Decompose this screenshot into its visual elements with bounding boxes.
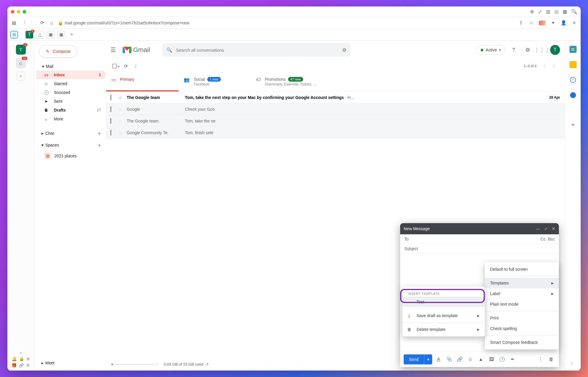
row-checkbox[interactable]: [110, 95, 116, 100]
settings-gear-icon[interactable]: ⚙: [522, 44, 534, 56]
compose-to-row[interactable]: To Cc Bcc: [400, 234, 559, 244]
refresh-button[interactable]: ⟳: [121, 61, 131, 71]
rail-gift-icon[interactable]: 🎁: [11, 363, 16, 368]
tab-promotions[interactable]: 🏷 Promotions 47 new Grammarly, Evernote,…: [251, 73, 323, 91]
rail-account-outlook[interactable]: o 10: [16, 58, 26, 68]
reload-button[interactable]: ⟳: [39, 20, 45, 26]
extensions-icon[interactable]: ✦: [550, 20, 556, 26]
mail-row[interactable]: ☆ The Google team Tom, take the next ste…: [106, 92, 565, 103]
row-star-icon[interactable]: ☆: [118, 119, 124, 123]
rail-link-icon[interactable]: 🔗: [19, 363, 24, 368]
keep-addon-icon[interactable]: [569, 61, 577, 68]
formatting-icon[interactable]: A: [435, 355, 443, 363]
bcc-button[interactable]: Bcc: [548, 237, 555, 241]
search-options-icon[interactable]: ⚙: [342, 47, 346, 53]
space-item[interactable]: ▦ 2021 places: [36, 151, 106, 161]
compose-button[interactable]: ✎ Compose: [39, 45, 77, 58]
support-icon[interactable]: ?: [508, 44, 519, 56]
menu-default-fullscreen[interactable]: Default to full screen: [485, 264, 559, 275]
search-input[interactable]: [176, 48, 339, 53]
menu-smart-compose[interactable]: Smart Compose feedback: [485, 337, 559, 348]
emoji-icon[interactable]: ☺: [466, 355, 475, 363]
template-delete[interactable]: 🗑 Delete template ▶: [402, 324, 485, 335]
search-icon[interactable]: 🔍: [571, 9, 577, 14]
row-star-icon[interactable]: ☆: [118, 95, 124, 100]
close-compose-icon[interactable]: ✕: [552, 226, 555, 231]
nav-chat-header[interactable]: ▸Chat ＋: [36, 127, 106, 139]
mail-row[interactable]: ☆ Google Community Te. Tom, finish setti: [106, 127, 565, 139]
new-tab-button[interactable]: ＋: [68, 31, 76, 38]
url-field[interactable]: 🔒 mail.google.com/mail/u/0/?zx=1mem7b2sa…: [58, 21, 514, 25]
open-storage-icon[interactable]: ↗: [206, 362, 209, 366]
contacts-addon-icon[interactable]: 👤: [569, 92, 577, 99]
rail-globe-icon[interactable]: ⊕: [26, 356, 30, 361]
menu-check-spelling[interactable]: Check spelling: [485, 323, 559, 334]
send-button[interactable]: Send ▾: [404, 354, 432, 364]
sidebar-item-drafts[interactable]: 🗎 Drafts 17: [36, 106, 106, 115]
compose-subject-row[interactable]: Subject: [400, 244, 559, 254]
more-actions-button[interactable]: ⋮: [131, 61, 141, 71]
prev-page-button[interactable]: 〈: [538, 61, 548, 71]
fullscreen-compose-icon[interactable]: ⤢: [544, 226, 548, 231]
menu-print[interactable]: Print: [485, 313, 559, 323]
profile-chip[interactable]: [539, 21, 545, 25]
row-star-icon[interactable]: ☆: [118, 130, 124, 135]
signature-icon[interactable]: ✒: [509, 355, 517, 363]
select-all-checkbox[interactable]: [111, 61, 121, 71]
tasks-addon-icon[interactable]: [569, 76, 577, 83]
home-button[interactable]: ⌂: [49, 20, 54, 26]
tab-gmail[interactable]: T 1: [26, 31, 33, 38]
share-icon[interactable]: ⇪: [518, 20, 524, 26]
wand-icon[interactable]: ⤢: [538, 9, 542, 14]
menu-templates[interactable]: Templates▶: [485, 278, 559, 288]
drive-icon[interactable]: ▲: [477, 355, 485, 363]
row-star-icon[interactable]: ☆: [118, 107, 124, 112]
hamburger-menu-icon[interactable]: ☰: [107, 44, 119, 56]
sidebar-item-snoozed[interactable]: 🕑 Snoozed: [36, 88, 106, 97]
rail-account-T[interactable]: T 1: [16, 45, 26, 55]
rail-gear-icon[interactable]: ⚙: [26, 363, 30, 368]
calendar-addon-icon[interactable]: 31: [569, 46, 577, 53]
search-box[interactable]: 🔍 ⚙: [162, 43, 350, 57]
sidebar-item-inbox[interactable]: ▭ Inbox 1: [36, 70, 106, 79]
forward-button[interactable]: 〉: [30, 20, 36, 26]
nav-meet-header[interactable]: ▸Meet: [36, 358, 106, 368]
account-avatar[interactable]: T: [550, 45, 560, 55]
row-checkbox[interactable]: [110, 119, 116, 123]
row-checkbox[interactable]: [110, 107, 116, 112]
confidential-icon[interactable]: 🕑: [498, 355, 506, 363]
get-addons-button[interactable]: ＋: [569, 121, 577, 128]
nav-spaces-header[interactable]: ▾Spaces ＋: [36, 139, 106, 151]
send-options-caret[interactable]: ▾: [424, 354, 432, 364]
template-save-draft[interactable]: ⭳ Save draft as template ▶: [402, 310, 485, 321]
grid-icon[interactable]: ▦: [563, 9, 567, 14]
cc-button[interactable]: Cc: [541, 237, 546, 241]
template-item-test[interactable]: Test: [402, 297, 485, 307]
discard-draft-button[interactable]: 🗑: [547, 355, 555, 363]
add-chat-button[interactable]: ＋: [97, 130, 102, 137]
link-icon[interactable]: 🔗: [456, 355, 464, 363]
collapse-rail-button[interactable]: 〉: [569, 360, 577, 367]
sidebar-item-sent[interactable]: ➤ Sent: [36, 97, 106, 106]
tab-overview-button[interactable]: ⊞: [10, 31, 18, 38]
compose-more-button[interactable]: ⋮: [537, 355, 545, 363]
sidebar-toggle-icon[interactable]: ▤: [11, 20, 17, 26]
close-window-button[interactable]: [11, 10, 14, 14]
attach-icon[interactable]: 📎: [445, 355, 453, 363]
circle-icon[interactable]: ◎: [554, 9, 559, 14]
menu-plain-text[interactable]: Plain text mode: [485, 299, 559, 309]
apps-grid-icon[interactable]: ⋮⋮⋮: [536, 44, 548, 56]
status-pill[interactable]: Active ▾: [476, 45, 505, 55]
rail-chevron-down-icon[interactable]: ⌄: [19, 349, 23, 355]
mail-row[interactable]: ☆ The Google team Tom, take the ne: [106, 115, 565, 127]
menu-label[interactable]: Label▶: [485, 288, 559, 299]
tab-primary[interactable]: ▭ Primary: [106, 73, 178, 91]
minimize-compose-icon[interactable]: ―: [536, 226, 540, 231]
nav-mail-header[interactable]: ▾ Mail: [36, 62, 106, 70]
compose-header[interactable]: New Message ― ⤢ ✕: [400, 223, 559, 234]
tab-drive[interactable]: △: [36, 31, 44, 38]
rail-lock-icon[interactable]: 🔒: [19, 356, 24, 361]
sidebar-item-more[interactable]: ⌄ More: [36, 115, 106, 123]
bookmark-star-icon[interactable]: ☆: [528, 20, 534, 26]
gmail-logo[interactable]: Gmail: [123, 46, 150, 54]
